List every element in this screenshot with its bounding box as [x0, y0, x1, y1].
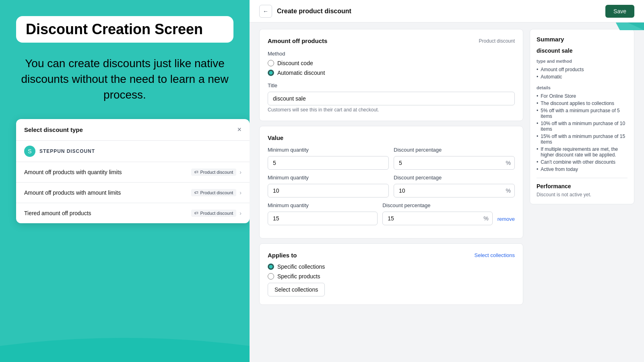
product-discount-badge: 🏷 Product discount: [191, 210, 236, 217]
discount-pct-input-3[interactable]: [382, 212, 492, 225]
save-button[interactable]: Save: [605, 5, 634, 18]
specific-products-option[interactable]: Specific products: [268, 273, 515, 280]
type-method-list: Amount off products Automatic: [537, 66, 627, 80]
performance-title: Performance: [537, 183, 627, 189]
min-qty-group-2: Minimum quantity: [268, 175, 389, 197]
detail-item-5: If multiple requirements are met, the hi…: [537, 146, 627, 158]
amount-off-title: Amount off products: [268, 37, 327, 44]
method-section: Method Discount code Automatic discount: [268, 51, 515, 76]
method-radio-group: Discount code Automatic discount: [268, 60, 515, 76]
detail-item-4: 15% off with a minimum purchase of 15 it…: [537, 133, 627, 146]
item-right: 🏷 Product discount ›: [191, 210, 242, 217]
detail-item-3: 10% off with a minimum purchase of 10 it…: [537, 120, 627, 133]
value-row-3: Minimum quantity Discount percentage % r…: [268, 202, 515, 225]
product-discount-badge: 🏷 Product discount: [191, 189, 236, 196]
value-card: Value Minimum quantity Discount percenta…: [259, 126, 523, 239]
percent-suffix-3: %: [483, 215, 488, 222]
amount-off-card: Amount off products Product discount Met…: [259, 29, 523, 121]
min-qty-group-1: Minimum quantity: [268, 147, 389, 170]
summary-discount-name: discount sale: [537, 47, 627, 54]
specific-collections-option[interactable]: Specific collections: [268, 263, 515, 270]
page-header: ← Create product discount Save: [250, 0, 644, 23]
specific-products-radio[interactable]: [268, 273, 274, 280]
min-qty-group-3: Minimum quantity: [268, 202, 378, 225]
discount-pct-label-3: Discount percentage: [382, 202, 492, 208]
applies-to-radio-group: Specific collections Specific products: [268, 263, 515, 280]
summary-title: Summary: [537, 36, 627, 43]
page-heading: Discount Creation Screen: [16, 16, 233, 43]
item-right: 🏷 Product discount ›: [191, 189, 242, 196]
min-qty-input-3[interactable]: [268, 212, 378, 225]
title-input[interactable]: [268, 92, 515, 105]
detail-item-0: For Online Store: [537, 93, 627, 100]
item-label: Tiered amount off products: [24, 210, 91, 216]
item-label: Amount off products with amount limits: [24, 189, 121, 196]
details-list: For Online Store The discount applies to…: [537, 93, 627, 173]
list-item[interactable]: Tiered amount off products 🏷 Product dis…: [16, 203, 250, 223]
type-item-1: Automatic: [537, 73, 627, 80]
discount-pct-label-2: Discount percentage: [394, 175, 515, 181]
min-qty-input-1[interactable]: [268, 156, 389, 170]
detail-item-6: Can't combine with other discounts: [537, 158, 627, 166]
discount-pct-label-1: Discount percentage: [394, 147, 515, 153]
modal-header: Select discount type ×: [16, 119, 250, 141]
discount-pct-wrapper-3: %: [382, 212, 492, 225]
product-discount-badge: 🏷 Product discount: [191, 169, 236, 176]
discount-pct-input-2[interactable]: [394, 184, 515, 197]
list-item[interactable]: Amount off products with quantity limits…: [16, 162, 250, 183]
summary-panel: Summary discount sale type and method Am…: [530, 29, 634, 356]
specific-collections-label: Specific collections: [277, 263, 325, 270]
automatic-discount-option[interactable]: Automatic discount: [268, 70, 515, 76]
bottom-decoration: [0, 330, 250, 362]
header-left: ← Create product discount: [259, 5, 351, 18]
modal-close-button[interactable]: ×: [237, 125, 242, 134]
specific-products-label: Specific products: [277, 273, 320, 280]
summary-card: Summary discount sale type and method Am…: [530, 29, 634, 204]
title-label: Title: [268, 82, 515, 88]
discount-code-label: Discount code: [277, 60, 313, 66]
value-title: Value: [268, 134, 515, 141]
discount-code-radio[interactable]: [268, 60, 274, 66]
tag-icon: 🏷: [194, 211, 198, 215]
tag-icon: 🏷: [194, 170, 198, 174]
discount-pct-input-1[interactable]: [394, 156, 515, 170]
list-item[interactable]: Amount off products with amount limits 🏷…: [16, 183, 250, 203]
discount-type-modal: Select discount type × S STEPPUN DISCOUN…: [16, 119, 250, 223]
automatic-discount-radio[interactable]: [268, 70, 274, 76]
select-collections-link[interactable]: Select collections: [475, 252, 515, 258]
discount-pct-group-2: Discount percentage %: [394, 175, 515, 197]
value-row-1: Minimum quantity Discount percentage %: [268, 147, 515, 170]
modal-brand-row: S STEPPUN DISCOUNT: [16, 141, 250, 162]
applies-to-header: Applies to Select collections: [268, 252, 515, 259]
min-qty-input-2[interactable]: [268, 184, 389, 197]
summary-divider: [537, 178, 627, 178]
chevron-right-icon: ›: [239, 210, 242, 216]
value-row-2: Minimum quantity Discount percentage %: [268, 175, 515, 197]
amount-off-badge: Product discount: [479, 38, 515, 44]
performance-text: Discount is not active yet.: [537, 192, 627, 197]
brand-icon: S: [24, 146, 35, 157]
modal-title: Select discount type: [24, 126, 83, 133]
chevron-right-icon: ›: [239, 189, 242, 196]
select-collections-button[interactable]: Select collections: [268, 283, 325, 296]
tag-icon: 🏷: [194, 190, 198, 195]
automatic-discount-label: Automatic discount: [277, 70, 325, 76]
remove-row-button[interactable]: remove: [497, 216, 515, 225]
title-hint: Customers will see this in their cart an…: [268, 107, 515, 113]
discount-pct-group-1: Discount percentage %: [394, 147, 515, 170]
brand-name: STEPPUN DISCOUNT: [39, 148, 95, 154]
detail-item-2: 5% off with a minimum purchase of 5 item…: [537, 107, 627, 120]
type-method-label: type and method: [537, 59, 627, 64]
main-content: Amount off products Product discount Met…: [250, 23, 644, 362]
right-panel: ← Create product discount Save Amount of…: [250, 0, 644, 362]
specific-collections-radio[interactable]: [268, 263, 274, 270]
min-qty-label-1: Minimum quantity: [268, 147, 389, 153]
title-field-group: Title Customers will see this in their c…: [268, 82, 515, 113]
back-button[interactable]: ←: [259, 5, 272, 18]
percent-suffix-1: %: [506, 160, 511, 166]
min-qty-label-3: Minimum quantity: [268, 202, 378, 208]
section-header: Amount off products Product discount: [268, 37, 515, 44]
discount-code-option[interactable]: Discount code: [268, 60, 515, 66]
min-qty-label-2: Minimum quantity: [268, 175, 389, 181]
type-item-0: Amount off products: [537, 66, 627, 73]
